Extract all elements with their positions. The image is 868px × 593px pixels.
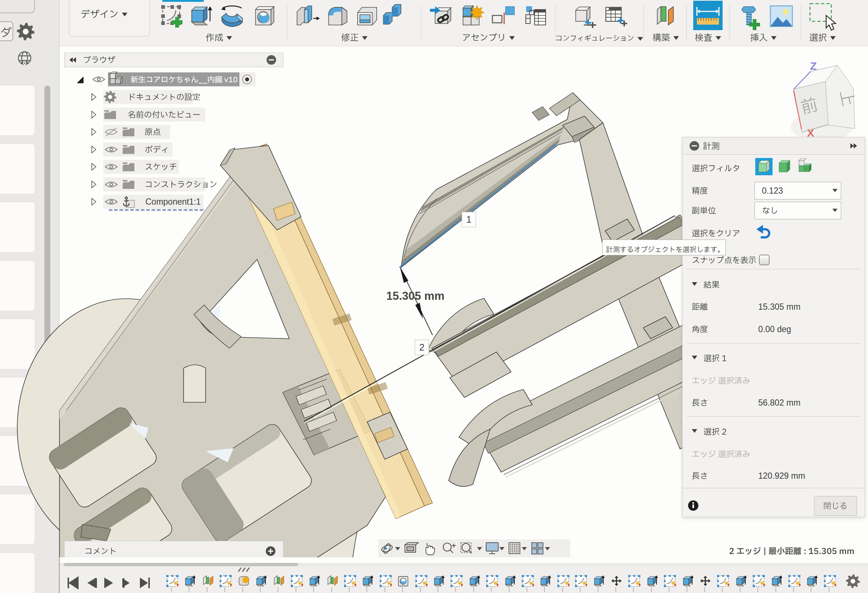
svg-text:56.802 mm: 56.802 mm	[758, 398, 800, 407]
svg-text:120.929 mm: 120.929 mm	[758, 471, 805, 481]
svg-text:Component1:1: Component1:1	[145, 197, 201, 207]
svg-text:X: X	[807, 127, 814, 139]
svg-text:Z: Z	[810, 60, 816, 72]
svg-text:0.123: 0.123	[762, 186, 783, 195]
svg-text:15.305 mm: 15.305 mm	[758, 302, 800, 312]
svg-text:0.00 deg: 0.00 deg	[758, 324, 791, 334]
